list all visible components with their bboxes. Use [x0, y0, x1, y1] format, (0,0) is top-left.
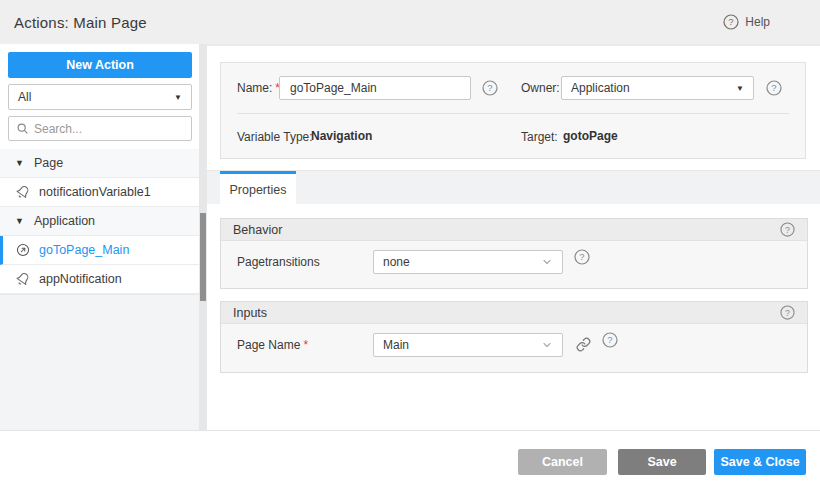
owner-select-value: Application: [571, 81, 630, 95]
main-panel: Name:* ? Owner:* Application ▼ ?: [207, 44, 820, 430]
page-name-label: Page Name*: [237, 338, 308, 352]
bell-icon: [16, 185, 30, 199]
action-summary-panel: Name:* ? Owner:* Application ▼ ?: [220, 62, 806, 159]
navigate-page-icon: [16, 243, 30, 257]
svg-text:?: ?: [579, 251, 584, 262]
inputs-help-button[interactable]: ?: [780, 305, 795, 320]
tree-item-label: appNotification: [39, 272, 122, 286]
select-arrow-icon: ▼: [736, 84, 744, 93]
tree-item-label: notificationVariable1: [39, 185, 151, 199]
help-icon: ?: [723, 14, 739, 30]
panel-divider: [237, 113, 789, 114]
help-icon: ?: [602, 332, 618, 348]
pagetransitions-dropdown[interactable]: none: [373, 250, 563, 274]
tab-properties[interactable]: Properties: [220, 171, 296, 205]
bell-icon: [16, 272, 30, 286]
filter-select-value: All: [18, 90, 31, 104]
inputs-section-header: Inputs ?: [221, 302, 807, 324]
footer-bar: Cancel Save Save & Close: [0, 430, 820, 488]
search-input[interactable]: [34, 122, 164, 136]
required-asterisk: *: [303, 338, 308, 352]
help-icon: ?: [780, 222, 795, 237]
page-title: Actions: Main Page: [0, 14, 147, 31]
link-icon: [576, 337, 591, 352]
svg-text:?: ?: [729, 16, 734, 27]
tree-group-application[interactable]: ▼ Application: [0, 207, 199, 236]
owner-help-button[interactable]: ?: [766, 80, 782, 96]
name-owner-row: Name:* ? Owner:* Application ▼ ?: [221, 76, 805, 100]
tree-item-notificationvariable1[interactable]: notificationVariable1: [0, 178, 199, 207]
caret-down-icon: ▼: [15, 159, 24, 168]
filter-select[interactable]: All ▼: [8, 84, 192, 110]
svg-text:?: ?: [785, 225, 790, 235]
tree-item-label: goToPage_Main: [39, 243, 129, 257]
save-and-close-button[interactable]: Save & Close: [714, 449, 806, 475]
new-action-button[interactable]: New Action: [8, 52, 192, 78]
caret-down-icon: ▼: [15, 217, 24, 226]
target-value: gotoPage: [563, 129, 618, 143]
svg-text:?: ?: [785, 308, 790, 318]
save-button[interactable]: Save: [618, 449, 706, 475]
behavior-help-button[interactable]: ?: [780, 222, 795, 237]
page-name-value: Main: [383, 338, 409, 352]
actions-tree: ▼ Page notificationVariable1 ▼ Applicati…: [0, 149, 199, 294]
name-label: Name:*: [237, 81, 280, 95]
help-label: Help: [745, 15, 770, 29]
help-icon: ?: [766, 80, 782, 96]
behavior-section-header: Behavior ?: [221, 219, 807, 241]
tree-item-appnotification[interactable]: appNotification: [0, 265, 199, 294]
actions-editor-window: Actions: Main Page ? Help New Action All…: [0, 0, 820, 488]
target-label: Target:: [521, 130, 558, 144]
page-name-dropdown[interactable]: Main: [373, 333, 563, 357]
bind-link-button[interactable]: [573, 333, 593, 355]
variable-type-value: Navigation: [311, 129, 372, 143]
pagetransitions-label: Pagetransitions: [237, 255, 320, 269]
tree-group-page[interactable]: ▼ Page: [0, 149, 199, 178]
sidebar-scrollbar[interactable]: [199, 44, 207, 430]
svg-text:?: ?: [771, 82, 776, 93]
help-icon: ?: [482, 80, 498, 96]
name-input[interactable]: [279, 76, 471, 100]
tree-item-gotopage-main[interactable]: goToPage_Main: [0, 236, 199, 265]
select-arrow-icon: ▼: [174, 93, 182, 102]
scrollbar-thumb[interactable]: [200, 213, 206, 301]
behavior-section-title: Behavior: [233, 223, 282, 237]
help-icon: ?: [780, 305, 795, 320]
sidebar: New Action All ▼ ▼ Page notificationVari…: [0, 44, 199, 430]
pagetransitions-help-button[interactable]: ?: [574, 249, 590, 265]
chevron-down-icon: [541, 339, 553, 351]
behavior-section: Behavior ? Pagetransitions none ?: [220, 218, 808, 289]
pagetransitions-value: none: [383, 255, 410, 269]
cancel-button[interactable]: Cancel: [518, 449, 607, 475]
inputs-section: Inputs ? Page Name* Main: [220, 301, 808, 373]
tab-strip: Properties: [207, 170, 820, 204]
tree-group-label: Page: [34, 156, 63, 170]
svg-text:?: ?: [607, 334, 612, 345]
name-help-button[interactable]: ?: [482, 80, 498, 96]
sidebar-empty-area: [0, 294, 199, 430]
chevron-down-icon: [541, 256, 553, 268]
search-icon: [16, 122, 29, 135]
tree-group-label: Application: [34, 214, 95, 228]
owner-select[interactable]: Application ▼: [561, 76, 754, 100]
type-target-row: Variable Type: Navigation Target: gotoPa…: [221, 129, 805, 145]
help-button[interactable]: ? Help: [723, 0, 770, 44]
inputs-section-title: Inputs: [233, 306, 267, 320]
variable-type-label: Variable Type:: [237, 130, 313, 144]
page-name-help-button[interactable]: ?: [602, 332, 618, 348]
help-icon: ?: [574, 249, 590, 265]
app-header: Actions: Main Page ? Help: [0, 0, 820, 44]
svg-text:?: ?: [487, 82, 492, 93]
search-box[interactable]: [8, 116, 192, 141]
